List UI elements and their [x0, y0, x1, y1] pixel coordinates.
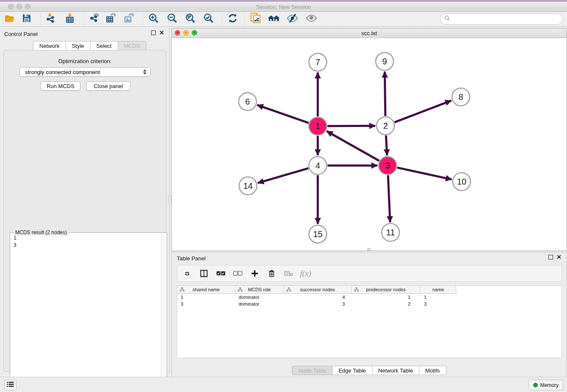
refresh-button[interactable] [225, 13, 240, 25]
cell-mcds-role[interactable]: dominator [235, 301, 284, 307]
zoom-selected-button[interactable] [201, 13, 216, 25]
node-table[interactable]: shared name MCDS role successor nodes pr… [177, 285, 562, 358]
export-image-button[interactable] [121, 13, 137, 25]
graph-edge-2-3[interactable] [386, 135, 387, 155]
import-network-icon [45, 13, 56, 25]
mcds-result-box: MCDS result (2 nodes) 1 3 [10, 232, 167, 392]
cell-predecessor-nodes[interactable]: 2 [352, 301, 421, 307]
cell-name[interactable]: 1 [421, 294, 456, 301]
tab-network[interactable]: Network [33, 41, 66, 50]
cell-successor-nodes[interactable]: 3 [284, 301, 352, 307]
cell-successor-nodes[interactable]: 4 [284, 294, 352, 301]
column-header[interactable]: name [421, 286, 456, 293]
status-bar: Memory [0, 377, 567, 392]
close-panel-icon[interactable]: ✕ [159, 30, 164, 35]
graph-node-label-9: 9 [382, 57, 387, 66]
network-window-titlebar[interactable]: × − + scc.txt [172, 28, 567, 38]
main-toolbar [0, 12, 567, 27]
graph-node-label-15: 15 [313, 229, 322, 239]
delete-column-button[interactable] [283, 268, 294, 279]
tab-edge-table[interactable]: Edge Table [332, 366, 372, 375]
open-file-button[interactable] [2, 13, 17, 25]
graph-node-label-14: 14 [243, 181, 253, 190]
import-network-button[interactable] [43, 13, 58, 25]
cell-shared-name[interactable]: 3 [177, 301, 235, 307]
cell-shared-name[interactable]: 1 [177, 294, 235, 301]
export-table-button[interactable] [103, 13, 118, 25]
tab-motifs[interactable]: Motifs [419, 366, 446, 375]
tab-mcds[interactable]: MCDS [118, 41, 146, 50]
table-header-row: shared name MCDS role successor nodes pr… [177, 286, 457, 294]
tab-style[interactable]: Style [66, 41, 90, 50]
run-mcds-button[interactable]: Run MCDS [41, 81, 80, 91]
graph-edge-2-9[interactable] [385, 72, 385, 116]
graph-node-label-2: 2 [383, 121, 388, 130]
import-table-icon [64, 13, 75, 25]
panel-splitter-handle[interactable] [168, 196, 171, 203]
hide-graphics-button[interactable] [285, 13, 300, 25]
graph-edge-4-14[interactable] [258, 168, 308, 183]
zoom-in-button[interactable] [146, 13, 161, 25]
tab-network-table[interactable]: Network Table [372, 366, 419, 375]
houses-icon [267, 13, 280, 25]
delete-row-button[interactable] [266, 268, 277, 279]
copy-network-button[interactable] [248, 13, 263, 25]
tab-node-table[interactable]: Node Table [292, 366, 332, 375]
show-column-button[interactable] [198, 268, 209, 279]
criterion-dropdown[interactable]: strongly connected component [19, 67, 151, 77]
list-icon [7, 381, 14, 389]
save-icon [22, 13, 32, 25]
save-session-button[interactable] [19, 13, 34, 25]
control-panel-title: Control Panel [4, 31, 38, 37]
tab-select[interactable]: Select [90, 41, 118, 50]
network-resize-grip[interactable] [367, 248, 371, 251]
zoom-in-icon [148, 13, 159, 25]
graph-edge-1-6[interactable] [257, 105, 309, 123]
function-builder-button[interactable]: f(x) [300, 269, 311, 278]
select-all-button[interactable] [215, 268, 226, 279]
graph-edge-3-10[interactable] [397, 168, 451, 179]
table-row[interactable]: 1 dominator 4 1 1 [177, 294, 561, 301]
toolbar-separator [222, 13, 222, 25]
mcds-result-scrollbar[interactable] [161, 233, 166, 392]
column-header[interactable]: MCDS role [235, 286, 284, 293]
table-row[interactable]: 3 dominator 3 2 3 [177, 301, 561, 307]
mcds-result-text[interactable]: 1 3 [11, 235, 17, 249]
export-network-button[interactable] [86, 13, 102, 25]
zoom-fit-button[interactable] [183, 13, 198, 25]
column-header[interactable]: shared name [177, 286, 235, 293]
edge-layer [257, 72, 452, 224]
import-table-button[interactable] [62, 13, 77, 25]
home-layout-button[interactable] [266, 13, 281, 25]
zoom-out-button[interactable] [165, 13, 180, 25]
column-header[interactable]: successor nodes [284, 286, 352, 293]
search-field[interactable] [440, 14, 563, 25]
search-input[interactable] [453, 16, 562, 22]
add-row-button[interactable] [249, 268, 260, 279]
close-panel-icon[interactable]: ✕ [556, 255, 561, 259]
cell-name[interactable]: 3 [421, 301, 456, 307]
deselect-all-button[interactable] [232, 268, 243, 279]
show-graphics-button[interactable] [304, 13, 319, 25]
column-header[interactable]: predecessor nodes [352, 286, 421, 293]
graph-edge-2-8[interactable] [394, 101, 451, 122]
graph-edge-3-1[interactable] [327, 131, 379, 161]
memory-label: Memory [540, 382, 559, 388]
graph-edge-3-11[interactable] [388, 175, 390, 222]
cell-mcds-role[interactable]: dominator [235, 294, 284, 301]
graph-edge-1-2[interactable] [328, 126, 375, 126]
criterion-value: strongly connected component [25, 69, 100, 75]
float-panel-icon[interactable] [151, 30, 156, 35]
zoom-selected-icon [203, 13, 214, 25]
float-panel-icon[interactable] [548, 255, 553, 259]
graph-node-label-3: 3 [385, 161, 390, 170]
network-canvas-svg[interactable]: 7968124314101511 [172, 38, 567, 251]
table-settings-button[interactable] [182, 268, 193, 279]
close-panel-button[interactable]: Close panel [86, 81, 130, 91]
zoom-fit-icon [185, 13, 196, 25]
memory-button[interactable]: Memory [528, 380, 563, 390]
export-network-icon [88, 13, 99, 25]
task-history-button[interactable] [4, 380, 17, 390]
eye-slash-icon [286, 13, 298, 25]
cell-predecessor-nodes[interactable]: 1 [352, 294, 421, 301]
